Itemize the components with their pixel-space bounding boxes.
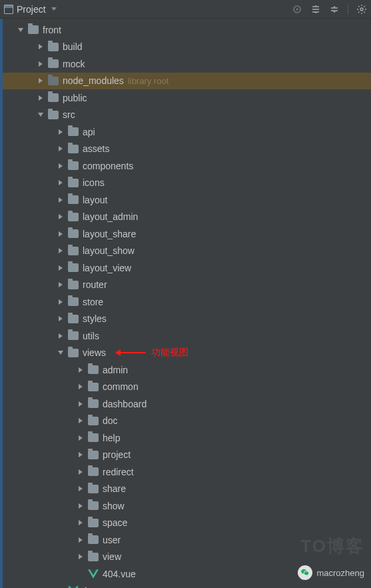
tree-row-layout-show[interactable]: layout_show [3, 243, 371, 260]
folder-icon [68, 179, 79, 187]
chevron-right-icon[interactable] [36, 61, 45, 67]
tree-row-front[interactable]: front [3, 21, 371, 39]
chevron-right-icon[interactable] [56, 265, 65, 271]
tree-row-utils[interactable]: utils [3, 327, 371, 345]
collapse-all-icon[interactable] [329, 4, 340, 15]
tree-item-label: help [103, 433, 120, 443]
chevron-right-icon[interactable] [56, 248, 65, 253]
chevron-right-icon[interactable] [36, 78, 45, 83]
header-left[interactable]: Project [4, 4, 57, 15]
chevron-right-icon[interactable] [76, 384, 85, 389]
folder-icon [88, 365, 99, 374]
folder-icon [68, 161, 79, 170]
folder-icon [68, 263, 79, 272]
tree-item-label: layout_show [83, 245, 135, 256]
tree-row-store[interactable]: store [3, 293, 371, 311]
chevron-right-icon[interactable] [56, 299, 65, 305]
dropdown-arrow-icon[interactable] [51, 7, 57, 11]
chevron-down-icon[interactable] [56, 351, 65, 355]
chevron-right-icon[interactable] [56, 197, 65, 203]
chevron-right-icon[interactable] [56, 180, 65, 185]
tree-item-label: dashboard [103, 399, 147, 409]
tree-row-space[interactable]: space [3, 515, 371, 532]
chevron-right-icon[interactable] [76, 469, 85, 475]
chevron-right-icon[interactable] [56, 231, 65, 237]
tree-row-mock[interactable]: mock [3, 55, 371, 73]
chevron-right-icon[interactable] [56, 333, 65, 339]
tree-row-styles[interactable]: styles [3, 311, 371, 328]
tree-row-show[interactable]: show [3, 497, 371, 515]
tree-row-doc[interactable]: doc [3, 413, 371, 430]
tree-row-dashboard[interactable]: dashboard [3, 395, 371, 413]
separator [348, 4, 348, 15]
project-icon [4, 5, 13, 14]
tree-row-api[interactable]: api [3, 123, 371, 141]
tree-row-layout-view[interactable]: layout_view [3, 259, 371, 277]
tree-row-redirect[interactable]: redirect [3, 463, 371, 481]
tree-item-label: layout [83, 195, 107, 205]
tree-item-label: user [103, 535, 121, 545]
chevron-down-icon[interactable] [36, 113, 45, 117]
folder-icon [48, 77, 59, 85]
locate-icon[interactable] [292, 4, 302, 15]
chevron-right-icon[interactable] [56, 282, 65, 287]
tree-row-share[interactable]: share [3, 481, 371, 498]
tree-item-label: doc [103, 415, 118, 426]
folder-icon [68, 315, 79, 323]
tree-row-admin[interactable]: admin [3, 361, 371, 379]
tree-item-label: src [63, 109, 75, 120]
panel-title: Project [17, 4, 46, 15]
tree-row-src[interactable]: src [3, 107, 371, 124]
chevron-right-icon[interactable] [76, 554, 85, 559]
tree-row-router[interactable]: router [3, 277, 371, 294]
chevron-right-icon[interactable] [36, 44, 45, 49]
chevron-right-icon[interactable] [76, 418, 85, 423]
chevron-right-icon[interactable] [76, 486, 85, 491]
tree-item-label: components [83, 161, 133, 171]
tree-row-App-vue[interactable]: App.vue [3, 583, 371, 589]
tree-row-build[interactable]: build [3, 39, 371, 56]
chevron-right-icon[interactable] [76, 503, 85, 509]
chevron-right-icon[interactable] [76, 452, 85, 457]
tree-item-label: common [103, 381, 139, 392]
chevron-right-icon[interactable] [56, 316, 65, 321]
folder-icon [88, 383, 99, 391]
tree-row-common[interactable]: common [3, 379, 371, 396]
chevron-right-icon[interactable] [76, 401, 85, 407]
tree-row-views[interactable]: views功能视图 [3, 345, 371, 362]
folder-icon [68, 127, 79, 136]
chevron-right-icon[interactable] [76, 537, 85, 543]
tree-row-layout[interactable]: layout [3, 191, 371, 209]
chevron-right-icon[interactable] [36, 95, 45, 101]
tree-item-label: styles [83, 313, 107, 324]
gear-icon[interactable] [356, 4, 367, 15]
chevron-down-icon[interactable] [16, 28, 25, 32]
tree-item-label: assets [83, 143, 109, 154]
tree-row-icons[interactable]: icons [3, 175, 371, 192]
tree-row-project[interactable]: project [3, 447, 371, 464]
chevron-right-icon[interactable] [56, 146, 65, 151]
panel-header: Project [0, 0, 371, 19]
chevron-right-icon[interactable] [56, 129, 65, 135]
chevron-right-icon[interactable] [56, 163, 65, 169]
folder-icon [88, 485, 99, 493]
tree-row-layout-admin[interactable]: layout_admin [3, 209, 371, 226]
tree-row-components[interactable]: components [3, 157, 371, 175]
tree-row-help[interactable]: help [3, 429, 371, 447]
tree-row-layout-share[interactable]: layout_share [3, 225, 371, 243]
folder-icon [48, 43, 59, 51]
folder-icon [88, 467, 99, 476]
expand-all-icon[interactable] [310, 4, 321, 15]
chevron-right-icon[interactable] [76, 520, 85, 525]
tree-row-public[interactable]: public [3, 89, 371, 107]
chevron-right-icon[interactable] [76, 367, 85, 373]
chevron-right-icon[interactable] [76, 435, 85, 441]
tree-item-label: show [103, 501, 125, 511]
chevron-right-icon[interactable] [56, 214, 65, 219]
tree-row-assets[interactable]: assets [3, 141, 371, 158]
tree-item-label: build [63, 41, 83, 52]
tree-row-node-modules[interactable]: node_moduleslibrary root [3, 73, 371, 90]
folder-icon [48, 93, 59, 102]
folder-icon [88, 535, 99, 544]
tree-item-suffix: library root [128, 76, 169, 86]
